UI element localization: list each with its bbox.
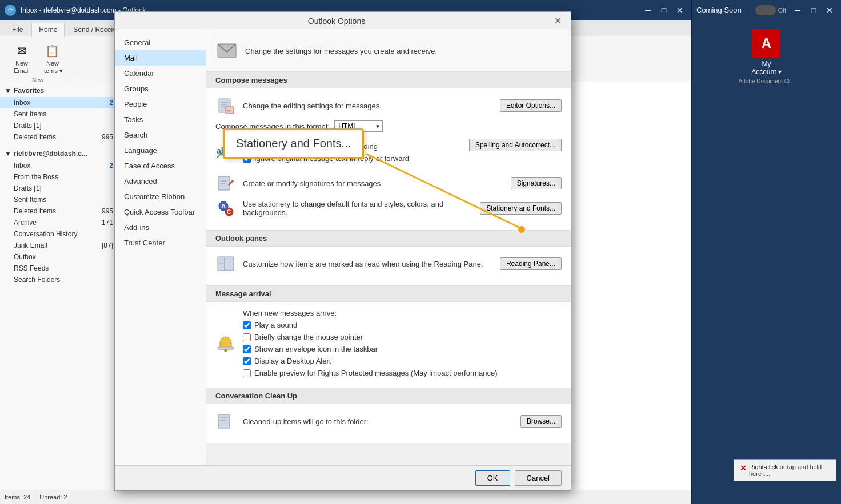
nav-general[interactable]: General <box>115 35 206 50</box>
show-envelope-row: Show an envelope icon in the taskbar <box>243 345 562 353</box>
sidebar-deleted-items[interactable]: Deleted Items 995 <box>0 131 122 143</box>
account-header[interactable]: ▼ rlefebvre@dotdash.c... <box>0 147 122 160</box>
junk-label: Junk Email <box>14 241 47 249</box>
sidebar-junk[interactable]: Junk Email [87] <box>0 240 122 251</box>
right-panel-title-bar: Coming Soon Off ─ □ ✕ <box>692 0 841 20</box>
dialog-title-bar: Outlook Options ✕ <box>115 12 571 30</box>
tab-file[interactable]: File <box>5 23 30 36</box>
tab-home[interactable]: Home <box>31 23 65 37</box>
right-panel-minimize[interactable]: ─ <box>791 3 804 17</box>
enable-preview-label: Enable preview for Rights Protected mess… <box>254 369 498 377</box>
browse-button[interactable]: Browse... <box>520 415 562 428</box>
sidebar-account-sent[interactable]: Sent Items <box>0 194 122 205</box>
right-panel-restore[interactable]: □ <box>807 3 820 17</box>
right-panel-content: A MyAccount ▾ Adobe Document Cl... <box>692 20 841 504</box>
right-panel-controls: ─ □ ✕ <box>791 3 836 17</box>
svg-line-23 <box>366 154 520 228</box>
compose-messages-header: Compose messages <box>206 72 571 88</box>
sidebar-archive[interactable]: Archive 171 <box>0 217 122 228</box>
coming-soon-label: Coming Soon <box>696 6 742 14</box>
svg-text:C: C <box>227 209 231 215</box>
sidebar: ▼ Favorites Inbox 2 Sent Items Drafts [1… <box>0 82 123 490</box>
sidebar-account-inbox[interactable]: Inbox 2 <box>0 160 122 171</box>
sidebar-from-boss[interactable]: From the Boss <box>0 171 122 183</box>
nav-quick-access-toolbar[interactable]: Quick Access Toolbar <box>115 204 206 220</box>
sidebar-sent-items[interactable]: Sent Items <box>0 108 122 120</box>
desktop-alert-checkbox[interactable] <box>243 357 251 365</box>
editor-options-button[interactable]: Editor Options... <box>500 99 562 112</box>
favorites-label: Favorites <box>14 87 44 95</box>
junk-badge: [87] <box>102 241 113 249</box>
nav-tasks[interactable]: Tasks <box>115 112 206 127</box>
cancel-button[interactable]: Cancel <box>515 470 562 486</box>
bell-icon <box>215 334 236 355</box>
nav-ease-of-access[interactable]: Ease of Access <box>115 158 206 174</box>
reading-pane-option: Customize how items are marked as read w… <box>215 253 483 274</box>
enable-preview-checkbox[interactable] <box>243 369 251 377</box>
svg-rect-19 <box>218 347 234 349</box>
arrival-options: When new messages arrive: Play a sound B… <box>215 309 562 381</box>
close-btn[interactable]: ✕ <box>673 3 687 17</box>
message-arrival-content: When new messages arrive: Play a sound B… <box>206 302 571 388</box>
toggle-track[interactable] <box>755 5 776 15</box>
svg-rect-20 <box>218 414 230 428</box>
nav-people[interactable]: People <box>115 96 206 112</box>
rss-label: RSS Feeds <box>14 264 49 272</box>
sidebar-outbox[interactable]: Outbox <box>0 251 122 263</box>
spelling-autocorrect-button[interactable]: Spelling and Autocorrect... <box>469 139 562 151</box>
sidebar-search-folders[interactable]: Search Folders <box>0 274 122 285</box>
favorites-header[interactable]: ▼ Favorites <box>0 84 122 97</box>
show-envelope-label: Show an envelope icon in the taskbar <box>254 345 378 353</box>
sidebar-account-deleted[interactable]: Deleted Items 995 <box>0 205 122 217</box>
adobe-icon: A <box>752 29 780 58</box>
new-items-button[interactable]: 📋 NewItems ▾ <box>39 41 66 76</box>
sidebar-inbox[interactable]: Inbox 2 <box>0 97 122 108</box>
sidebar-account-drafts[interactable]: Drafts [1] <box>0 183 122 194</box>
editing-option: ✏ Change the editing settings for messag… <box>215 95 382 116</box>
reading-pane-label: Customize how items are marked as read w… <box>243 260 483 268</box>
dialog-description: Change the settings for messages you cre… <box>206 30 571 72</box>
dialog-content: Change the settings for messages you cre… <box>206 30 571 465</box>
enable-preview-row: Enable preview for Rights Protected mess… <box>243 369 562 377</box>
play-sound-checkbox[interactable] <box>243 321 251 329</box>
account-deleted-badge: 995 <box>102 207 113 215</box>
nav-advanced[interactable]: Advanced <box>115 174 206 189</box>
nav-trust-center[interactable]: Trust Center <box>115 235 206 251</box>
sidebar-rss[interactable]: RSS Feeds <box>0 263 122 274</box>
sent-items-label: Sent Items <box>14 110 46 118</box>
editing-row: ✏ Change the editing settings for messag… <box>215 95 562 116</box>
new-items-label: NewItems ▾ <box>42 60 63 75</box>
change-pointer-label: Briefly change the mouse pointer <box>254 333 363 341</box>
show-envelope-checkbox[interactable] <box>243 345 251 353</box>
nav-groups[interactable]: Groups <box>115 81 206 96</box>
nav-language[interactable]: Language <box>115 143 206 158</box>
nav-search[interactable]: Search <box>115 127 206 143</box>
nav-calendar[interactable]: Calendar <box>115 66 206 81</box>
right-panel-close[interactable]: ✕ <box>823 3 836 17</box>
coming-soon-toggle[interactable]: Off <box>755 5 786 15</box>
svg-text:A: A <box>221 203 226 209</box>
nav-mail[interactable]: Mail <box>115 50 206 66</box>
restore-btn[interactable]: □ <box>657 3 671 17</box>
nav-customize-ribbon[interactable]: Customize Ribbon <box>115 189 206 204</box>
nav-add-ins[interactable]: Add-ins <box>115 220 206 235</box>
change-pointer-checkbox[interactable] <box>243 333 251 341</box>
inbox-badge: 2 <box>109 99 113 107</box>
outbox-label: Outbox <box>14 253 36 261</box>
sidebar-conv-history[interactable]: Conversation History <box>0 228 122 240</box>
callout-arrow <box>360 154 520 233</box>
title-bar-controls: ─ □ ✕ <box>641 3 687 17</box>
minimize-btn[interactable]: ─ <box>641 3 655 17</box>
reading-pane-button[interactable]: Reading Pane... <box>500 257 562 270</box>
desktop-alert-label: Display a Desktop Alert <box>254 357 331 365</box>
hint-text: Right-click or tap and hold here t... <box>749 463 830 477</box>
ok-button[interactable]: OK <box>475 470 510 486</box>
archive-badge: 171 <box>102 219 113 227</box>
new-email-button[interactable]: ✉ NewEmail <box>9 41 34 76</box>
dialog-nav: General Mail Calendar Groups People Task… <box>115 30 206 465</box>
sidebar-drafts[interactable]: Drafts [1] <box>0 120 122 131</box>
message-arrival-header: Message arrival <box>206 285 571 302</box>
dialog-close-button[interactable]: ✕ <box>551 15 564 27</box>
from-boss-label: From the Boss <box>14 173 58 181</box>
new-email-label: NewEmail <box>14 60 30 75</box>
